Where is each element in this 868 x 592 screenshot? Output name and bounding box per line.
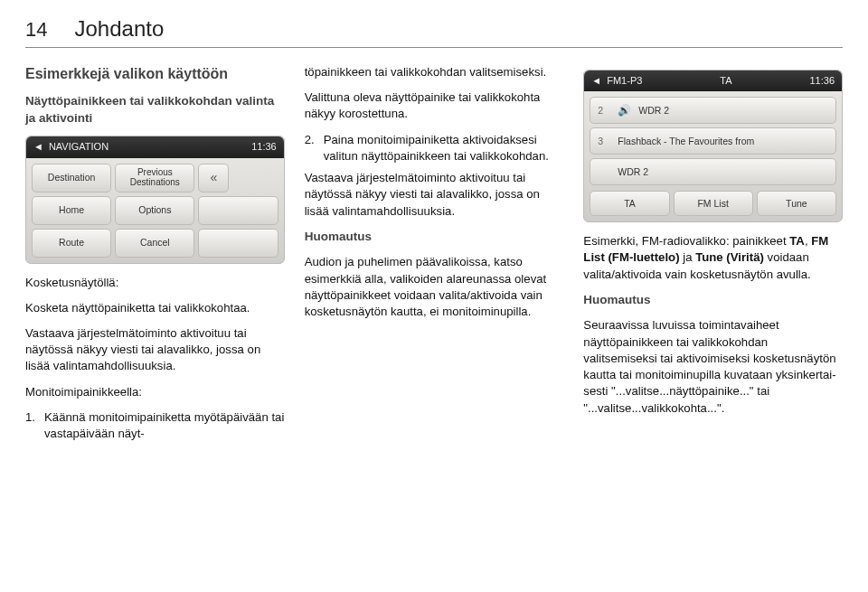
fm-para-tune: Tune (Viritä) (695, 250, 764, 264)
nav-btn-empty-2 (198, 229, 278, 258)
nav-back-icon: ◄ (33, 140, 43, 154)
fm-btn-tune[interactable]: Tune (757, 191, 836, 216)
screenshot-header: ◄ NAVIGATION 11:36 (26, 136, 284, 157)
speaker-icon: 🔊 (618, 103, 631, 118)
touch-para: Vastaava järjestelmätoiminto aktivoi­tuu… (25, 325, 285, 375)
list-item-2: 2. Paina monitoimipainiketta aktivoi­dak… (305, 132, 564, 164)
nav-title: NAVIGATION (49, 140, 108, 154)
nav-clock: 11:36 (251, 140, 277, 154)
header-rule (25, 47, 843, 48)
fm-row-1[interactable]: 2 🔊 WDR 2 (590, 97, 836, 124)
page-number: 14 (25, 18, 47, 42)
nav-btn-empty-1 (198, 196, 278, 225)
list-item-1: 1. Käännä monitoimipainiketta myö­täpäiv… (25, 409, 285, 442)
note-para-2: Seuraavissa luvuissa toimintavai­heet nä… (583, 317, 843, 416)
nav-title-group: ◄ NAVIGATION (33, 140, 108, 154)
nav-btn-cancel[interactable]: Cancel (115, 229, 194, 258)
fm-para-e: ja (680, 250, 696, 264)
column-1: Esimerkkejä valikon käyttöön Näyttöpaini… (25, 64, 285, 447)
fm-paragraph: Esimerkki, FM-radiovalikko: painik­keet … (583, 233, 843, 283)
cont-2: Valittuna oleva näyttöpainike tai valikk… (305, 89, 564, 122)
fm-clock: 11:36 (809, 74, 835, 88)
page-title: Johdanto (74, 16, 164, 42)
nav-button-grid: Destination Previous Destinations « Home… (26, 158, 284, 263)
fm-ta-label: TA (720, 74, 731, 88)
touch-line: Kosketa näyttöpainiketta tai valikko­koh… (25, 300, 285, 316)
list-para-2: Vastaava järjestelmätoiminto ak­tivoituu… (305, 170, 564, 220)
navigation-screenshot: ◄ NAVIGATION 11:36 Destination Previous … (25, 136, 285, 263)
controller-heading: Monitoimipainikkeella: (25, 384, 285, 400)
document-page: 14 Johdanto Esimerkkejä valikon käyttöön… (0, 0, 868, 592)
fm-row-2[interactable]: 3 Flashback - The Favourites from (590, 127, 836, 155)
column-2: töpainikkeen tai valikkokohdan valitsemi… (305, 64, 564, 447)
fm-para-ta: TA (789, 234, 805, 248)
nav-btn-home[interactable]: Home (32, 196, 111, 225)
fm-preset-label: FM1-P3 (607, 74, 642, 88)
columns: Esimerkkejä valikon käyttöön Näyttöpaini… (25, 64, 843, 447)
nav-btn-route[interactable]: Route (32, 229, 111, 258)
sub-heading: Näyttöpainikkeen tai valikkokohdan valin… (25, 93, 285, 127)
fm-row-1-num: 2 (598, 104, 610, 117)
nav-btn-back[interactable]: « (198, 164, 229, 193)
touch-heading: Kosketusnäytöllä: (25, 275, 285, 291)
fm-row-2-num: 3 (598, 135, 610, 147)
note-para-1: Audion ja puhelimen päävalikoissa, katso… (305, 254, 564, 320)
fm-header: ◄ FM1-P3 TA 11:36 (584, 70, 842, 91)
column-3: ◄ FM1-P3 TA 11:36 2 🔊 WDR 2 3 Flashback … (583, 64, 843, 447)
fm-row-3[interactable]: WDR 2 (590, 158, 836, 185)
fm-btn-ta[interactable]: TA (590, 191, 669, 216)
list-num-2: 2. (305, 132, 315, 164)
fm-header-left: ◄ FM1-P3 (591, 74, 642, 88)
fm-row-2-text: Flashback - The Favourites from (618, 135, 754, 147)
note-heading-2: Huomautus (583, 292, 843, 309)
fm-body: 2 🔊 WDR 2 3 Flashback - The Favourites f… (584, 91, 842, 191)
fm-para-a: Esimerkki, FM-radiovalikko: painik­keet (583, 234, 789, 248)
list-text-1: Käännä monitoimipainiketta myö­täpäivään… (44, 409, 285, 442)
nav-btn-destination[interactable]: Destination (32, 164, 111, 193)
list-text-2: Paina monitoimipainiketta aktivoi­dakses… (324, 132, 564, 164)
fm-btn-fmlist[interactable]: FM List (674, 191, 753, 216)
fm-back-icon: ◄ (591, 74, 601, 88)
section-heading: Esimerkkejä valikon käyttöön (25, 64, 285, 84)
fm-row-1-text: WDR 2 (638, 104, 669, 117)
cont-1: töpainikkeen tai valikkokohdan valitsemi… (305, 64, 564, 80)
fm-footer: TA FM List Tune (584, 191, 842, 221)
fm-screenshot: ◄ FM1-P3 TA 11:36 2 🔊 WDR 2 3 Flashback … (583, 70, 843, 222)
note-heading-1: Huomautus (305, 229, 564, 246)
page-header: 14 Johdanto (25, 16, 843, 42)
fm-row-3-text: WDR 2 (618, 165, 648, 178)
nav-btn-options[interactable]: Options (115, 196, 194, 225)
nav-btn-previous-destinations[interactable]: Previous Destinations (115, 164, 194, 193)
list-num-1: 1. (25, 409, 35, 442)
